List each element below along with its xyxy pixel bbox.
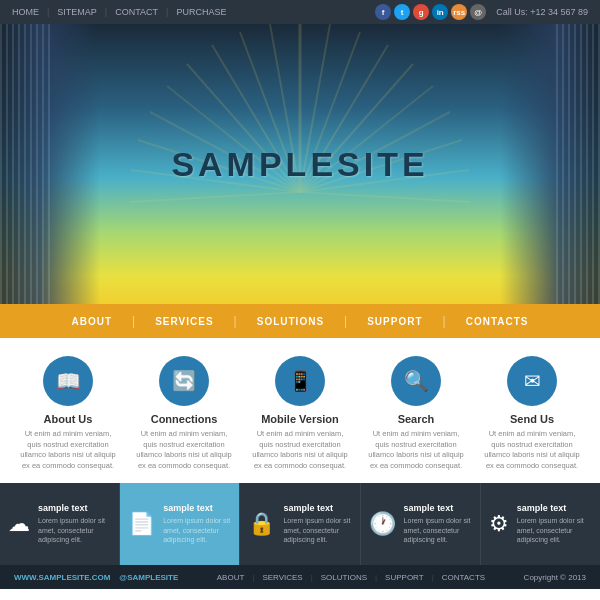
document-icon: 📄 [128, 511, 155, 537]
connections-text: Ut enim ad minim veniam, quis nostrud ex… [134, 429, 234, 471]
footer-site-url[interactable]: WWW.SAMPLESITE.COM [14, 573, 110, 582]
cloud-icon: ☁ [8, 511, 30, 537]
lock-icon: 🔒 [248, 511, 275, 537]
mobile-title: Mobile Version [261, 413, 339, 425]
settings-icon: ⚙ [489, 511, 509, 537]
tile-clock-title: sample text [404, 503, 472, 513]
clock-icon: 🕐 [369, 511, 396, 537]
tile-document-text: Lorem ipsum dolor sit amet, consectetur … [163, 516, 231, 545]
mobile-icon: 📱 [275, 356, 325, 406]
nav-home[interactable]: HOME [12, 7, 39, 17]
footer-nav-support[interactable]: SUPPORT [385, 573, 424, 582]
footer: WWW.SAMPLESITE.COM @SAMPLESITE ABOUT | S… [0, 565, 600, 589]
tile-lock-title: sample text [283, 503, 351, 513]
top-navigation: HOME | SITEMAP | CONTACT | PURCHASE f t … [0, 0, 600, 24]
send-us-text: Ut enim ad minim veniam, quis nostrud ex… [482, 429, 582, 471]
call-us-label: Call Us: +12 34 567 89 [496, 7, 588, 17]
features-section: 📖 About Us Ut enim ad minim veniam, quis… [0, 338, 600, 483]
nav-purchase[interactable]: PURCHASE [176, 7, 226, 17]
tile-settings-title: sample text [517, 503, 592, 513]
tile-settings[interactable]: ⚙ sample text Lorem ipsum dolor sit amet… [481, 483, 600, 565]
nav-contact[interactable]: CONTACT [115, 7, 158, 17]
ynav-support[interactable]: SUPPORT [347, 304, 442, 338]
svg-line-9 [300, 192, 470, 202]
search-icon: 🔍 [391, 356, 441, 406]
tile-clock-text: Lorem ipsum dolor sit amet, consectetur … [404, 516, 472, 545]
tile-cloud-title: sample text [38, 503, 111, 513]
feature-send-us: ✉ Send Us Ut enim ad minim veniam, quis … [482, 356, 582, 471]
building-right-decoration [500, 24, 600, 304]
social-icons-group: f t g in rss @ [375, 4, 486, 20]
connections-title: Connections [151, 413, 218, 425]
footer-twitter[interactable]: @SAMPLESITE [119, 573, 178, 582]
about-us-text: Ut enim ad minim veniam, quis nostrud ex… [18, 429, 118, 471]
footer-nav-services[interactable]: SERVICES [262, 573, 302, 582]
feature-about-us: 📖 About Us Ut enim ad minim veniam, quis… [18, 356, 118, 471]
tile-lock[interactable]: 🔒 sample text Lorem ipsum dolor sit amet… [240, 483, 360, 565]
feature-search: 🔍 Search Ut enim ad minim veniam, quis n… [366, 356, 466, 471]
footer-nav-solutions[interactable]: SOLUTIONS [321, 573, 367, 582]
feature-connections: 🔄 Connections Ut enim ad minim veniam, q… [134, 356, 234, 471]
about-us-title: About Us [44, 413, 93, 425]
tile-settings-text: Lorem ipsum dolor sit amet, consectetur … [517, 516, 592, 545]
top-nav-right: f t g in rss @ Call Us: +12 34 567 89 [375, 4, 588, 20]
building-left-decoration [0, 24, 100, 304]
send-us-title: Send Us [510, 413, 554, 425]
tile-cloud[interactable]: ☁ sample text Lorem ipsum dolor sit amet… [0, 483, 120, 565]
rss-icon[interactable]: rss [451, 4, 467, 20]
top-nav-links: HOME | SITEMAP | CONTACT | PURCHASE [12, 7, 226, 17]
ynav-services[interactable]: SERVICES [135, 304, 233, 338]
bottom-tiles-section: ☁ sample text Lorem ipsum dolor sit amet… [0, 483, 600, 565]
tile-document[interactable]: 📄 sample text Lorem ipsum dolor sit amet… [120, 483, 240, 565]
tile-document-title: sample text [163, 503, 231, 513]
tile-clock[interactable]: 🕐 sample text Lorem ipsum dolor sit amet… [361, 483, 481, 565]
footer-nav: ABOUT | SERVICES | SOLUTIONS | SUPPORT |… [217, 573, 485, 582]
footer-nav-contacts[interactable]: CONTACTS [442, 573, 485, 582]
hero-section: SAMPLESITE [0, 24, 600, 304]
search-title: Search [398, 413, 435, 425]
email-icon[interactable]: @ [470, 4, 486, 20]
ynav-about[interactable]: ABOUT [52, 304, 133, 338]
facebook-icon[interactable]: f [375, 4, 391, 20]
ynav-solutions[interactable]: SOLUTIONS [237, 304, 344, 338]
connections-icon: 🔄 [159, 356, 209, 406]
feature-mobile: 📱 Mobile Version Ut enim ad minim veniam… [250, 356, 350, 471]
footer-copyright: Copyright © 2013 [524, 573, 586, 582]
site-title: SAMPLESITE [171, 145, 428, 184]
mobile-text: Ut enim ad minim veniam, quis nostrud ex… [250, 429, 350, 471]
nav-sitemap[interactable]: SITEMAP [57, 7, 97, 17]
svg-line-18 [130, 192, 300, 202]
ynav-contacts[interactable]: CONTACTS [446, 304, 549, 338]
about-us-icon: 📖 [43, 356, 93, 406]
twitter-icon[interactable]: t [394, 4, 410, 20]
linkedin-icon[interactable]: in [432, 4, 448, 20]
send-us-icon: ✉ [507, 356, 557, 406]
footer-nav-about[interactable]: ABOUT [217, 573, 245, 582]
google-plus-icon[interactable]: g [413, 4, 429, 20]
yellow-navigation: ABOUT | SERVICES | SOLUTIONS | SUPPORT |… [0, 304, 600, 338]
tile-cloud-text: Lorem ipsum dolor sit amet, consectetur … [38, 516, 111, 545]
search-text: Ut enim ad minim veniam, quis nostrud ex… [366, 429, 466, 471]
tile-lock-text: Lorem ipsum dolor sit amet, consectetur … [283, 516, 351, 545]
